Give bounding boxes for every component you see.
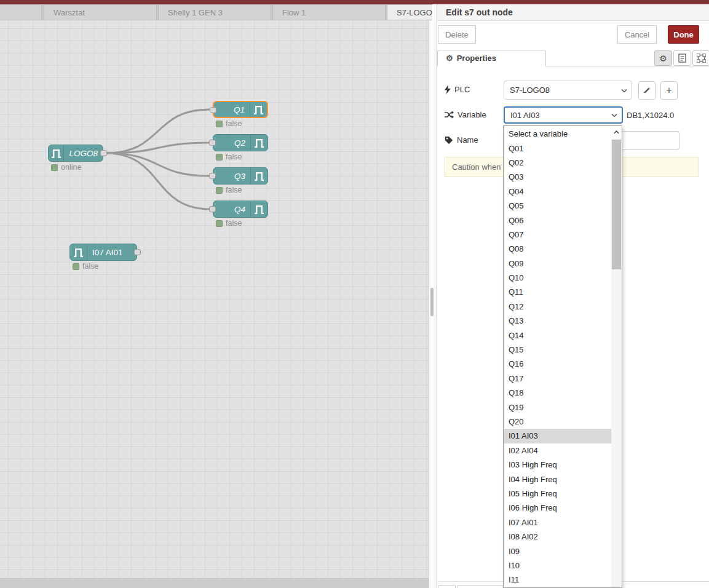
dropdown-option[interactable]: Q06 (504, 213, 611, 227)
tab-properties[interactable]: ⚙ Properties (437, 50, 546, 66)
edit-plc-button[interactable] (638, 81, 656, 100)
name-field-label: Name (445, 135, 478, 145)
canvas-vertical-scrollbar-thumb[interactable] (430, 288, 434, 316)
dropdown-option[interactable]: Q16 (504, 357, 611, 371)
dropdown-option[interactable]: Q03 (504, 170, 611, 184)
shuffle-icon (445, 111, 454, 119)
pulse-icon (250, 102, 267, 117)
pulse-icon (70, 244, 87, 260)
edit-panel-title: Edit s7 out node (437, 4, 709, 21)
plc-select[interactable]: S7-LOGO8 (504, 81, 632, 100)
node-status-q2: false (216, 153, 242, 161)
node-label: Q4 (213, 201, 250, 217)
dropdown-option[interactable]: Q20 (504, 415, 611, 429)
dropdown-option[interactable]: I05 High Freq (504, 487, 611, 501)
flow-node-logo8[interactable]: LOGO8 (48, 145, 103, 162)
dropdown-option[interactable]: Q07 (504, 228, 611, 242)
dropdown-option[interactable]: Q17 (504, 371, 611, 386)
dropdown-scrollbar[interactable] (611, 126, 622, 587)
dropdown-option[interactable]: I09 (504, 544, 611, 558)
wire[interactable] (106, 109, 210, 153)
input-port[interactable] (209, 173, 216, 179)
input-port[interactable] (209, 140, 216, 146)
dropdown-option[interactable]: I03 High Freq (504, 458, 611, 472)
node-status-logo8: online (51, 163, 81, 172)
pulse-icon (250, 135, 267, 151)
dropdown-option[interactable]: Q10 (504, 271, 611, 285)
dropdown-option[interactable]: Q11 (504, 285, 611, 299)
status-dot (216, 220, 223, 227)
status-dot (51, 164, 58, 171)
chevron-down-icon (611, 113, 617, 117)
dropdown-option[interactable]: Q12 (504, 300, 611, 314)
workspace-tab-shelly-1-gen-3[interactable]: Shelly 1 GEN 3 (158, 4, 271, 20)
node-label: Q2 (213, 135, 250, 151)
status-text: false (226, 219, 242, 228)
done-button[interactable]: Done (668, 25, 699, 44)
dropdown-scrollbar-thumb[interactable] (612, 140, 621, 269)
wire[interactable] (106, 153, 210, 209)
pulse-icon (250, 201, 267, 217)
canvas-vertical-scrollbar[interactable] (429, 20, 437, 588)
dropdown-option[interactable]: I01 AI03 (504, 429, 611, 443)
node-status-i07: false (73, 262, 98, 271)
footer-button-1[interactable] (438, 585, 456, 588)
dropdown-option[interactable]: Q13 (504, 314, 611, 328)
footer-button-2[interactable] (457, 585, 504, 588)
properties-gear-button[interactable]: ⚙ (654, 50, 672, 66)
output-port[interactable] (134, 249, 141, 255)
flow-node-q1[interactable]: Q1 (213, 101, 268, 118)
status-text: online (61, 163, 81, 172)
dropdown-option[interactable]: Q18 (504, 386, 611, 400)
dropdown-option[interactable]: I04 High Freq (504, 472, 611, 486)
app-header-strip (0, 0, 709, 4)
dropdown-scroll-up-button[interactable] (611, 126, 622, 138)
dropdown-option[interactable]: I07 AI01 (504, 515, 611, 530)
dropdown-option[interactable]: Q09 (504, 256, 611, 271)
flow-node-i07[interactable]: I07 AI01 (69, 244, 137, 261)
dropdown-option[interactable]: I08 AI02 (504, 530, 611, 544)
plc-field-label: PLC (445, 85, 470, 94)
wire[interactable] (106, 153, 210, 176)
output-port[interactable] (100, 150, 107, 156)
dropdown-option[interactable]: I02 AI04 (504, 443, 611, 458)
delete-button[interactable]: Delete (438, 25, 476, 44)
variable-dropdown-list: Select a variableQ01Q02Q03Q04Q05Q06Q07Q0… (504, 127, 611, 587)
dropdown-option[interactable]: Q15 (504, 343, 611, 357)
cancel-button[interactable]: Cancel (617, 25, 657, 44)
workspace-tab-s7-logo8[interactable]: S7-LOGO8 (387, 4, 432, 20)
dropdown-option[interactable]: Q19 (504, 400, 611, 414)
status-dot (216, 121, 223, 127)
dropdown-option[interactable]: Q04 (504, 185, 611, 199)
workspace-tab-warsztat[interactable]: Warsztat (44, 4, 157, 20)
description-button[interactable] (673, 50, 691, 66)
chevron-up-icon (614, 130, 619, 134)
flow-node-q3[interactable]: Q3 (213, 167, 268, 185)
dropdown-option[interactable]: Q14 (504, 328, 611, 342)
node-red-app: WarsztatShelly 1 GEN 3Flow 1S7-LOGO8 LOG… (0, 0, 709, 588)
gear-icon: ⚙ (659, 54, 667, 63)
flow-canvas[interactable]: LOGO8onlineQ1falseQ2falseQ3falseQ4falseI… (0, 20, 429, 578)
dropdown-option[interactable]: Q01 (504, 141, 611, 155)
input-port[interactable] (210, 107, 216, 113)
flow-node-q2[interactable]: Q2 (213, 134, 268, 151)
input-port[interactable] (209, 206, 216, 212)
workspace-tab-flow-1[interactable]: Flow 1 (272, 4, 386, 20)
dropdown-option[interactable]: Q05 (504, 199, 611, 213)
dropdown-option[interactable]: I06 High Freq (504, 501, 611, 515)
variable-select[interactable]: I01 AI03 (504, 106, 623, 124)
pencil-icon (643, 86, 651, 95)
appearance-button[interactable] (692, 50, 709, 66)
node-status-q3: false (216, 186, 242, 194)
dropdown-option[interactable]: I11 (504, 573, 611, 587)
bolt-icon (445, 85, 451, 94)
dropdown-option[interactable]: Q02 (504, 156, 611, 170)
workspace-tab-partial[interactable] (0, 4, 42, 20)
flow-node-q4[interactable]: Q4 (213, 201, 268, 218)
add-plc-button[interactable]: + (660, 81, 678, 100)
tag-icon (445, 136, 453, 145)
dropdown-option[interactable]: Select a variable (504, 127, 611, 141)
dropdown-option[interactable]: Q08 (504, 242, 611, 256)
dropdown-option[interactable]: I10 (504, 558, 611, 573)
canvas-horizontal-scrollbar[interactable] (0, 578, 429, 588)
